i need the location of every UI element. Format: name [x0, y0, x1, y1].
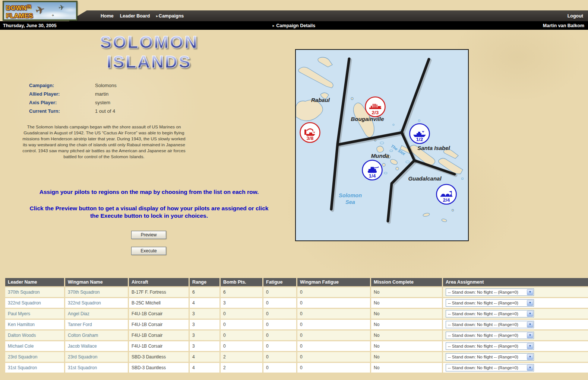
marker-strength: 1/4 — [369, 173, 376, 179]
map-label-guadalcanal: Guadalcanal — [408, 175, 442, 182]
cell-fatigue: 0 — [263, 309, 296, 319]
cell-wingman-fatigue: 0 — [297, 352, 370, 362]
cell-wingman-fatigue: 0 — [297, 309, 370, 319]
cell-aircraft: F4U-1B Corsair — [129, 320, 189, 329]
info-label: Axis Player: — [29, 100, 95, 105]
cell-fatigue: 0 — [263, 330, 296, 340]
cell-area-assignment: -- Stand down: No flight -- (Range=0)▼ — [443, 309, 588, 319]
table-row: Dalton WoodsColton GrahamF4U-1B Corsair3… — [5, 330, 588, 340]
cell-fatigue: 0 — [263, 298, 296, 308]
down-in-flames-logo[interactable]: ✈ ✈ ✈ DOWNIN FLAMES — [3, 1, 77, 20]
map-marker-allied-warship[interactable]: 1/2 — [410, 124, 430, 144]
logo-word-in: IN — [27, 4, 32, 9]
map-marker-allied-tank[interactable]: 1/4 — [363, 160, 382, 180]
cell-leader-name: Paul Myers — [5, 309, 64, 319]
area-assignment-select[interactable]: -- Stand down: No flight -- (Range=0)▼ — [446, 288, 534, 296]
breadcrumb: Campaign Details — [276, 23, 315, 28]
header: Home Leader Board ▸ Campaigns Logout ✈ ✈… — [0, 0, 588, 21]
map-label-solomon-sea-2: Sea — [345, 199, 355, 205]
instruction-assign: Assign your pilots to regions on the map… — [28, 188, 270, 196]
info-label: Campaign: — [29, 83, 95, 88]
logo-word-flames: FLAMES — [6, 12, 33, 19]
campaign-description: The Solomon Islands campaign began with … — [21, 124, 187, 160]
cell-bomb-pts: 6 — [221, 287, 262, 297]
marker-strength: 2/4 — [443, 197, 450, 203]
column-header: Leader Name — [5, 278, 64, 286]
plane-icon: ✈ — [58, 3, 65, 12]
table-row: 322nd Squadron322nd SquadronB-25C Mitche… — [5, 298, 588, 308]
area-assignment-select[interactable]: -- Stand down: No flight -- (Range=0)▼ — [446, 364, 534, 371]
cell-wingman-name: Jacob Wallace — [65, 341, 128, 351]
area-assignment-value: -- Stand down: No flight -- (Range=0) — [448, 333, 518, 338]
info-value: system — [95, 100, 110, 105]
chevron-down-icon: ▼ — [527, 289, 533, 295]
pilot-table-body: 370th Squadron370th SquadronB-17F F. For… — [5, 287, 588, 373]
logo-word-down: DOWN — [6, 4, 27, 12]
table-row: 31st Squadron31st SquadronSBD-3 Dauntles… — [5, 363, 588, 373]
table-row: Michael ColeJacob WallaceF4U-1B Corsair3… — [5, 341, 588, 351]
cell-aircraft: F4U-1B Corsair — [129, 309, 189, 319]
map-marker-allied-airfield[interactable]: 2/4 — [437, 185, 456, 204]
cell-wingman-name: Angel Diaz — [65, 309, 128, 319]
marker-strength: 1/2 — [416, 137, 423, 142]
map-marker-axis-factory[interactable]: 2/3 — [366, 97, 385, 117]
area-assignment-value: -- Stand down: No flight -- (Range=0) — [448, 355, 518, 359]
column-header: Fatigue — [263, 278, 296, 286]
cell-range: 4 — [190, 352, 219, 362]
logout-link[interactable]: Logout — [568, 10, 583, 21]
marker-strength: 3/8 — [307, 135, 314, 141]
cell-leader-name: 370th Squadron — [5, 287, 64, 297]
area-assignment-value: -- Stand down: No flight -- (Range=0) — [448, 344, 518, 348]
campaign-map[interactable]: Rabaul Bougainville Santa Isabel Munda G… — [295, 49, 469, 241]
area-assignment-value: -- Stand down: No flight -- (Range=0) — [448, 322, 518, 327]
cell-fatigue: 0 — [263, 287, 296, 297]
cell-mission-complete: No — [371, 320, 442, 329]
area-assignment-select[interactable]: -- Stand down: No flight -- (Range=0)▼ — [446, 310, 534, 317]
cell-wingman-fatigue: 0 — [297, 363, 370, 373]
area-assignment-value: -- Stand down: No flight -- (Range=0) — [448, 312, 518, 316]
logo-text: DOWNIN FLAMES — [6, 3, 33, 20]
cell-fatigue: 0 — [263, 320, 296, 329]
cell-mission-complete: No — [371, 363, 442, 373]
info-value: Solomons — [95, 83, 117, 88]
cell-wingman-fatigue: 0 — [297, 330, 370, 340]
column-header: Area Assignment — [443, 278, 588, 286]
cell-wingman-fatigue: 0 — [297, 320, 370, 329]
cell-wingman-fatigue: 0 — [297, 287, 370, 297]
campaign-info: Campaign:Solomons Allied Player:martin A… — [29, 81, 117, 115]
nav-bar: Home Leader Board ▸ Campaigns Logout — [69, 10, 588, 21]
cell-area-assignment: -- Stand down: No flight -- (Range=0)▼ — [443, 363, 588, 373]
plane-icon: ✈ — [52, 14, 54, 17]
nav-leader-board[interactable]: Leader Board — [120, 13, 150, 19]
area-assignment-select[interactable]: -- Stand down: No flight -- (Range=0)▼ — [446, 332, 534, 339]
table-row: Ken HamiltonTanner FordF4U-1B Corsair300… — [5, 320, 588, 329]
map-marker-axis-harbor[interactable]: 3/8 — [300, 123, 320, 143]
status-bar: Thursday, June 30, 2005 ▸ Campaign Detai… — [0, 21, 588, 30]
area-assignment-select[interactable]: -- Stand down: No flight -- (Range=0)▼ — [446, 353, 534, 361]
map-label-solomon-sea: Solomon — [339, 192, 362, 198]
arrow-right-icon: ▸ — [273, 24, 275, 28]
preview-button[interactable]: Preview — [131, 231, 166, 239]
cell-range: 4 — [190, 363, 219, 373]
nav-home[interactable]: Home — [101, 13, 114, 19]
cell-area-assignment: -- Stand down: No flight -- (Range=0)▼ — [443, 320, 588, 329]
pilot-table: Leader NameWingman NameAircraftRangeBomb… — [4, 277, 588, 374]
cell-aircraft: B-25C Mitchell — [129, 298, 189, 308]
cell-aircraft: SBD-3 Dauntless — [129, 352, 189, 362]
cell-area-assignment: -- Stand down: No flight -- (Range=0)▼ — [443, 298, 588, 308]
area-assignment-select[interactable]: -- Stand down: No flight -- (Range=0)▼ — [446, 342, 534, 350]
area-assignment-select[interactable]: -- Stand down: No flight -- (Range=0)▼ — [446, 299, 534, 307]
cell-area-assignment: -- Stand down: No flight -- (Range=0)▼ — [443, 341, 588, 351]
area-assignment-select[interactable]: -- Stand down: No flight -- (Range=0)▼ — [446, 321, 534, 328]
cell-fatigue: 0 — [263, 352, 296, 362]
column-header: Wingman Fatigue — [297, 278, 370, 286]
info-value: 1 out of 4 — [95, 108, 115, 114]
cell-aircraft: F4U-1B Corsair — [129, 330, 189, 340]
cell-range: 3 — [190, 309, 219, 319]
nav-campaigns[interactable]: Campaigns — [159, 13, 184, 19]
cell-aircraft: F4U-1B Corsair — [129, 341, 189, 351]
cell-range: 3 — [190, 330, 219, 340]
cell-range: 6 — [190, 287, 219, 297]
execute-button[interactable]: Execute — [131, 247, 166, 255]
cell-bomb-pts: 3 — [221, 298, 262, 308]
